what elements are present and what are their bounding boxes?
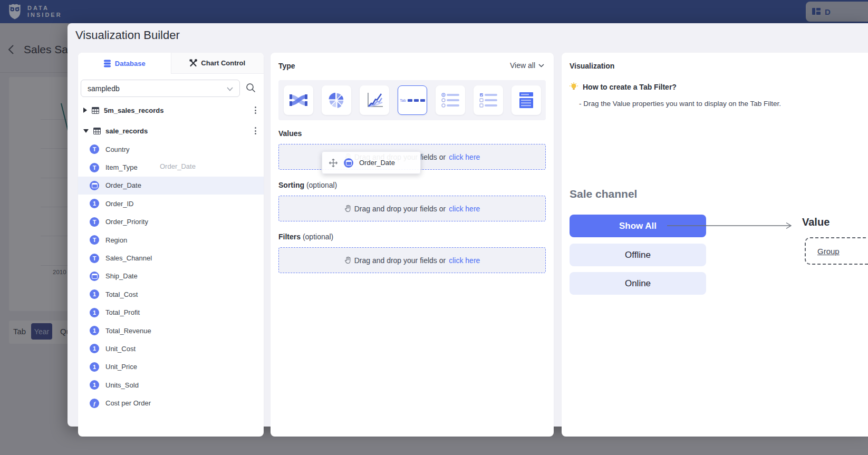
table-name: 5m_sales_records (104, 107, 163, 114)
dragging-field-chip[interactable]: Order_Date (322, 151, 421, 174)
date-field-icon (344, 158, 353, 168)
number-field-icon (90, 344, 99, 353)
date-field-icon (90, 181, 99, 190)
tab-chart-control-label: Chart Control (201, 59, 245, 67)
field-row[interactable]: Sales_Channel (78, 249, 264, 267)
field-row[interactable]: Ship_Date (78, 267, 264, 285)
caret-right-icon[interactable] (83, 108, 87, 113)
date-field-icon (90, 272, 99, 281)
field-label: Total_Profit (105, 308, 140, 316)
table-row-5m-sales-records[interactable]: 5m_sales_records (78, 101, 264, 119)
field-row[interactable]: Unit_Price (78, 358, 264, 376)
annotation-group-box[interactable]: Group (805, 237, 868, 265)
lightbulb-icon (570, 82, 578, 91)
dashboard-button-label: D (825, 7, 831, 16)
field-row[interactable]: Order_Priority (78, 213, 264, 231)
field-label: Order_Priority (105, 218, 148, 226)
number-field-icon (90, 308, 99, 317)
dashboard-button[interactable]: D (806, 2, 868, 22)
number-field-icon (90, 380, 99, 390)
tip-title-row: How to create a Tab Filter? (570, 82, 677, 91)
database-select[interactable]: sampledb (81, 80, 240, 97)
field-row[interactable]: Cost per Order (78, 394, 264, 412)
chevron-down-icon (538, 64, 544, 67)
kebab-menu-icon[interactable] (255, 127, 256, 134)
dropzone-text: Drag and drop your fields or (354, 256, 446, 265)
field-label: Country (105, 146, 130, 153)
field-row[interactable]: Country (78, 140, 264, 158)
pie-chart-icon (328, 92, 345, 109)
app: DATA INSIDER D Sales Sa 30.50 30.25 30.0… (0, 0, 868, 455)
tab-filter-icon: Tab (400, 99, 425, 102)
field-label: Total_Cost (105, 291, 138, 298)
table-row-sale-records[interactable]: sale_records (78, 122, 264, 140)
tab-database-label: Database (115, 60, 146, 67)
text-field-icon (90, 144, 99, 154)
tab-database[interactable]: Database (78, 53, 171, 74)
chart-type-pie[interactable] (322, 85, 351, 115)
field-row-selected[interactable]: Order_Date (78, 177, 264, 195)
number-field-icon (90, 289, 99, 299)
field-row[interactable]: Total_Cost (78, 285, 264, 303)
kebab-menu-icon[interactable] (255, 107, 256, 114)
field-row[interactable]: Region (78, 231, 264, 249)
left-panel: Database Chart Control sampledb (78, 53, 264, 437)
field-label: Ship_Date (105, 272, 138, 280)
brand-line-1: DATA (27, 5, 62, 12)
chart-type-dropdown[interactable] (512, 85, 541, 115)
left-panel-tabs: Database Chart Control (78, 53, 264, 74)
field-label: Total_Revenue (105, 327, 151, 335)
sorting-section-label: Sorting (optional) (278, 181, 337, 189)
tab-chart-control[interactable]: Chart Control (171, 53, 264, 74)
field-row[interactable]: Order_ID (78, 195, 264, 212)
table-name: sale_records (105, 127, 148, 135)
field-row[interactable]: Total_Profit (78, 304, 264, 322)
field-label: Cost per Order (105, 399, 151, 407)
tab-option-online[interactable]: Online (570, 272, 706, 295)
field-label: Region (105, 236, 127, 244)
number-field-icon (90, 199, 99, 208)
search-icon[interactable] (246, 83, 256, 93)
visualization-header: Visualization (570, 62, 614, 70)
view-all-dropdown[interactable]: View all (510, 61, 544, 70)
top-navbar: DATA INSIDER D (0, 0, 868, 23)
annotation-group-label: Group (817, 247, 840, 256)
field-label: Item_Type (105, 163, 138, 171)
dropdown-list-icon (519, 92, 534, 109)
chart-type-line[interactable] (360, 85, 389, 115)
field-row[interactable]: Units_Sold (78, 376, 264, 394)
tab-option-offline[interactable]: Offline (570, 244, 706, 266)
dropzone-click-here-link[interactable]: click here (449, 153, 480, 161)
tab-tile-text: Tab (400, 99, 406, 102)
chart-type-tab-filter-selected[interactable]: Tab (398, 85, 427, 115)
tools-icon (189, 59, 197, 67)
field-label: Unit_Price (105, 363, 137, 371)
table-icon (93, 128, 101, 134)
checkbox-list-icon (479, 92, 498, 109)
dropzone-click-here-link[interactable]: click here (449, 205, 480, 213)
function-field-icon (90, 399, 99, 408)
sorting-dropzone[interactable]: Drag and drop your fields or click here (278, 196, 546, 221)
chart-type-sankey[interactable] (284, 85, 313, 115)
caret-down-icon[interactable] (83, 129, 89, 133)
field-row[interactable]: Total_Revenue (78, 322, 264, 340)
brand-logo[interactable]: DATA INSIDER (7, 3, 62, 20)
database-select-value: sampledb (88, 84, 120, 93)
owl-logo-icon (7, 3, 22, 20)
dropzone-click-here-link[interactable]: click here (449, 256, 480, 265)
chart-type-radio-list[interactable] (436, 85, 465, 115)
field-label: Order_Date (105, 181, 141, 189)
tip-title: How to create a Tab Filter? (583, 83, 677, 91)
filters-dropzone[interactable]: Drag and drop your fields or click here (278, 247, 546, 273)
right-panel: Visualization How to create a Tab Filter… (562, 53, 868, 437)
values-section-label: Values (278, 129, 302, 138)
number-field-icon (90, 326, 99, 335)
chart-type-checkbox-list[interactable] (474, 85, 503, 115)
widget-title: Sale channel (570, 188, 637, 200)
modal-title: Visualization Builder (75, 28, 180, 42)
field-label: Sales_Channel (105, 254, 152, 262)
annotation-value-label: Value (802, 216, 830, 228)
drag-ghost-label: Order_Date (160, 162, 196, 170)
database-icon (103, 60, 111, 67)
field-row[interactable]: Unit_Cost (78, 340, 264, 357)
